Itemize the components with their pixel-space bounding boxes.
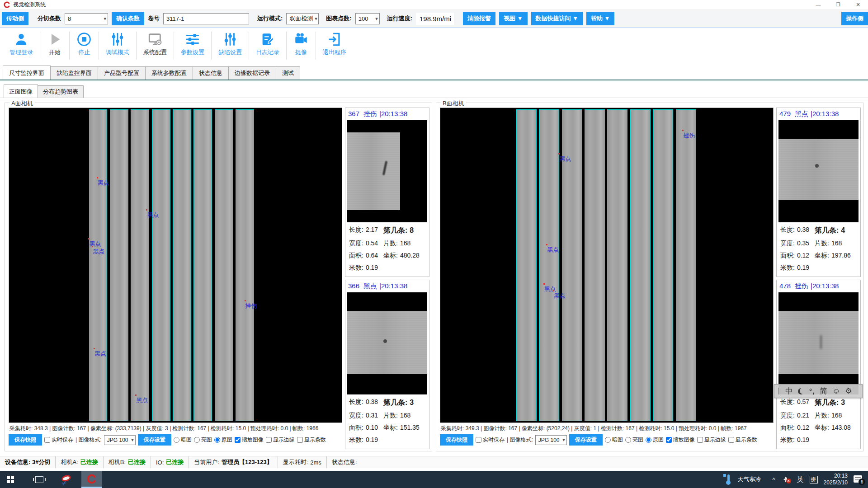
original-image-radio[interactable]: 原图 — [646, 436, 664, 444]
save-settings-button[interactable]: 保存设置 — [569, 434, 603, 446]
stat-width: 宽度:0.21 — [780, 412, 815, 420]
dark-image-radio[interactable]: 暗图 — [605, 436, 623, 444]
stop-button[interactable]: 停止 — [70, 32, 99, 60]
admin-login-button[interactable]: 管理登录 — [3, 32, 40, 60]
param-settings-button[interactable]: 参数设置 — [174, 32, 212, 60]
defect-annotation: 黑点 — [89, 240, 101, 248]
start-button[interactable] — [0, 471, 21, 488]
operator-side-button[interactable]: 操作侧 — [841, 12, 868, 25]
tab-test[interactable]: 测试 — [276, 66, 300, 80]
run-mode-select[interactable]: 双面检测 ▾ — [286, 13, 319, 24]
io-connection-segment: IO:已连接 — [151, 456, 189, 468]
emoji-icon[interactable]: ☺ — [832, 387, 840, 396]
dark-image-radio[interactable]: 暗图 — [174, 436, 192, 444]
defect-entry[interactable]: 479黑点|20:13:38 长度:0.38 第几条:4 宽度:0.35 片数:… — [776, 108, 861, 277]
image-format-select[interactable]: JPG 100▾ — [104, 435, 136, 445]
chart-points-value: 100 — [359, 15, 368, 22]
system-config-button[interactable]: 系统配置 — [137, 32, 174, 60]
image-format-label: | 图像格式: — [507, 436, 533, 444]
camera-a-image[interactable]: 黑点黑点黑点黑点挫伤黑点黑点 — [9, 108, 342, 423]
main-tab-strip: 尺寸监控界面 缺陷监控界面 产品型号配置 系统参数配置 状态信息 边缘数据记录 … — [0, 67, 868, 80]
ime-language-indicator[interactable]: 英 — [797, 475, 804, 484]
vision-app-taskbar-button[interactable] — [81, 471, 102, 488]
tab-status-info[interactable]: 状态信息 — [193, 66, 229, 80]
taskbar-clock[interactable]: 20:13 2025/2/10 — [824, 473, 848, 486]
roll-number-input[interactable]: 3117-1 — [163, 13, 249, 24]
defect-settings-button[interactable]: 缺陷设置 — [212, 32, 249, 60]
image-format-select[interactable]: JPG 100▾ — [535, 435, 567, 445]
stat-area: 面积:0.10 — [349, 424, 383, 432]
minimize-button[interactable]: — — [808, 0, 828, 9]
defect-time: |20:13:38 — [811, 110, 839, 117]
weather-text[interactable]: 天气寒冷 — [738, 475, 761, 483]
hidden-icons-chevron[interactable]: ^ — [773, 476, 775, 483]
defect-entry[interactable]: 367挫伤|20:13:38 长度:2.17 第几条:8 宽度:0.54 片数:… — [345, 108, 429, 277]
window-title: 视觉检测系统 — [13, 1, 46, 9]
view-menu-button[interactable]: 视图 ▼ — [499, 12, 527, 25]
start-button[interactable]: 开始 — [40, 32, 70, 60]
save-snapshot-button[interactable]: 保存快照 — [9, 434, 42, 446]
ime-pinyin-indicator[interactable]: 拼 — [810, 476, 818, 483]
tab-product-model-config[interactable]: 产品型号配置 — [98, 66, 146, 80]
ime-language-mode-button[interactable]: 中 — [785, 386, 793, 396]
show-count-checkbox[interactable]: 显示条数 — [728, 436, 757, 444]
debug-mode-button[interactable]: 调试模式 — [99, 32, 137, 60]
log-record-button[interactable]: 日志记录 — [249, 32, 287, 60]
bright-image-radio[interactable]: 亮图 — [625, 436, 643, 444]
tab-system-params-config[interactable]: 系统参数配置 — [145, 66, 193, 80]
save-snapshot-button[interactable]: 保存快照 — [440, 434, 473, 446]
thumbnail-material-band — [347, 132, 400, 210]
show-edge-checkbox[interactable]: 显示边缘 — [697, 436, 726, 444]
maximize-button[interactable]: ❐ — [828, 0, 848, 9]
drive-side-button[interactable]: 传动侧 — [2, 12, 28, 25]
show-edge-checkbox[interactable]: 显示边缘 — [266, 436, 295, 444]
ime-settings-gear-icon[interactable]: ⚙ — [845, 386, 852, 396]
notification-center-button[interactable]: 6 — [854, 475, 863, 484]
realtime-save-checkbox[interactable]: 实时保存 — [476, 436, 505, 444]
simplified-chinese-button[interactable]: 简 — [820, 386, 827, 396]
chart-points-select[interactable]: 100 ▾ — [355, 13, 380, 24]
help-menu-button[interactable]: 帮助 ▼ — [586, 12, 614, 25]
speaker-muted-icon[interactable]: ✕ — [781, 475, 791, 483]
bright-image-radio[interactable]: 亮图 — [194, 436, 212, 444]
original-image-radio[interactable]: 原图 — [214, 436, 232, 444]
defect-entry[interactable]: 478挫伤|20:13:38 长度:0.57 第几条:3 宽度:0.21 片数:… — [776, 280, 861, 449]
defect-thumbnail — [778, 292, 859, 394]
zoom-image-checkbox[interactable]: 缩放图像 — [235, 436, 264, 444]
tab-front-image[interactable]: 正面图像 — [4, 84, 38, 98]
tab-distribution-chart[interactable]: 分布趋势图表 — [38, 85, 84, 98]
camera-b-controls: 保存快照 实时保存 | 图像格式: JPG 100▾ 保存设置 暗图 亮图 原图… — [440, 434, 774, 446]
task-view-button[interactable] — [29, 471, 50, 488]
defect-annotation: 黑点 — [547, 246, 559, 254]
panel-a-title: A面相机 — [9, 99, 35, 108]
moon-fullwidth-icon[interactable] — [798, 388, 804, 394]
slit-count-select[interactable]: 8 ▾ — [65, 13, 108, 24]
punctuation-mode-button[interactable]: °, — [809, 387, 815, 395]
realtime-save-checkbox[interactable]: 实时保存 — [44, 436, 73, 444]
camera-b-image[interactable]: 挫伤黑点黑点黑点黑点 — [440, 108, 774, 423]
zoom-image-checkbox[interactable]: 缩放图像 — [666, 436, 695, 444]
drag-handle-icon[interactable] — [778, 388, 780, 394]
sub-tab-strip: 正面图像 分布趋势图表 — [0, 86, 868, 98]
horizontal-sliders-icon — [185, 32, 200, 47]
confirm-count-button[interactable]: 确认条数 — [112, 12, 144, 25]
data-quick-access-button[interactable]: 数据快捷访问 ▼ — [531, 12, 583, 25]
camera-a-connection-segment: 相机A:已连接 — [56, 456, 103, 468]
icon-toolbar: 管理登录 开始 停止 调试模式 系统配置 参数设置 缺陷设置 日志记录 提像 退… — [0, 28, 868, 67]
close-button[interactable]: ✕ — [848, 0, 868, 9]
defect-stats: 长度:2.17 第几条:8 宽度:0.54 片数:168 面积:0.64 坐标:… — [347, 222, 427, 273]
image-format-label: | 图像格式: — [75, 436, 102, 444]
tab-edge-data-record[interactable]: 边缘数据记录 — [228, 66, 276, 80]
show-count-checkbox[interactable]: 显示条数 — [297, 436, 326, 444]
weather-thermometer-icon[interactable] — [725, 474, 732, 485]
capture-image-button[interactable]: 提像 — [287, 32, 316, 60]
defect-entry[interactable]: 366黑点|20:13:38 长度:0.38 第几条:3 宽度:0.31 片数:… — [345, 280, 429, 449]
tab-size-monitor[interactable]: 尺寸监控界面 — [3, 66, 51, 80]
clear-alarm-button[interactable]: 清除报警 — [463, 12, 495, 25]
save-settings-button[interactable]: 保存设置 — [138, 434, 171, 446]
tab-defect-monitor[interactable]: 缺陷监控界面 — [50, 66, 98, 80]
exit-program-button[interactable]: 退出程序 — [316, 32, 353, 60]
vertical-sliders-icon — [222, 32, 238, 47]
camera-panel-a: A面相机 黑点黑点黑点黑点挫伤黑点黑点 采集耗时: 348.3 | 图像计数: … — [5, 103, 432, 451]
snipping-tool-button[interactable]: ✂ — [56, 471, 77, 488]
